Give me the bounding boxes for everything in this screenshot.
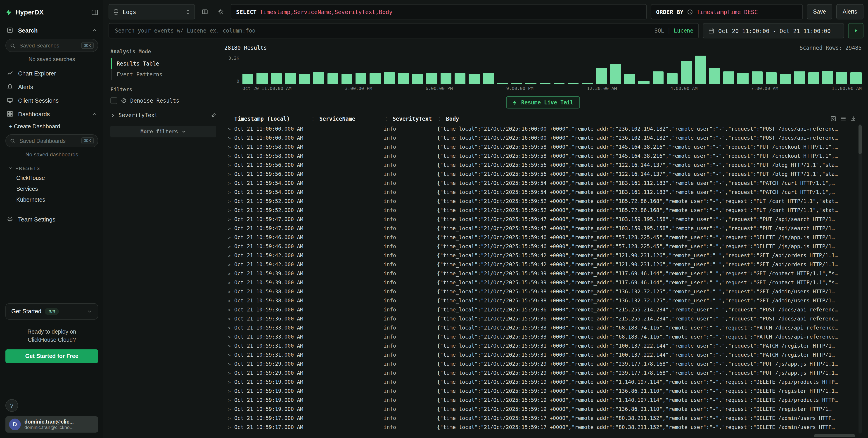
table-row[interactable]: >Oct 21 10:59:38.000 AMinfo{"time_local"… [224, 296, 862, 305]
table-row[interactable]: >Oct 21 10:59:52.000 AMinfo{"time_local"… [224, 197, 862, 206]
table-row[interactable]: >Oct 21 11:00:00.000 AMinfo{"time_local"… [224, 133, 862, 142]
mode-event-patterns[interactable]: Event Patterns [112, 69, 216, 80]
row-expand-chevron[interactable]: > [224, 190, 234, 195]
date-range-picker[interactable]: Oct 20 11:00:00 - Oct 21 11:00:00 [703, 23, 844, 38]
table-row[interactable]: >Oct 21 10:59:56.000 AMinfo{"time_local"… [224, 169, 862, 178]
table-row[interactable]: >Oct 21 10:59:36.000 AMinfo{"time_local"… [224, 314, 862, 323]
saved-dashboards-search[interactable]: ⌘K [5, 134, 98, 147]
user-menu[interactable]: D dominic.tran@clic... dominic.tran@clic… [5, 416, 98, 433]
row-expand-chevron[interactable]: > [224, 416, 234, 420]
sidebar-item-chart-explorer[interactable]: Chart Explorer [5, 66, 98, 80]
table-row[interactable]: >Oct 21 10:59:58.000 AMinfo{"time_local"… [224, 151, 862, 161]
row-expand-chevron[interactable]: > [224, 325, 234, 330]
source-settings-button[interactable] [215, 4, 227, 20]
column-header-body[interactable]: ⋮ Body [437, 115, 825, 122]
table-row[interactable]: >Oct 21 10:59:33.000 AMinfo{"time_local"… [224, 323, 862, 332]
select-clause-input[interactable]: SELECT Timestamp,ServiceName,SeverityTex… [231, 4, 647, 20]
table-row[interactable]: >Oct 21 10:59:38.000 AMinfo{"time_local"… [224, 287, 862, 296]
sidebar-item-client-sessions[interactable]: Client Sessions [5, 94, 98, 107]
table-row[interactable]: >Oct 21 10:59:52.000 AMinfo{"time_local"… [224, 206, 862, 215]
row-expand-chevron[interactable]: > [224, 244, 234, 249]
help-button[interactable]: ? [5, 399, 18, 412]
table-row[interactable]: >Oct 21 10:59:33.000 AMinfo{"time_local"… [224, 332, 862, 341]
row-expand-chevron[interactable]: > [224, 163, 234, 167]
row-expand-chevron[interactable]: > [224, 361, 234, 366]
scan-settings-icon[interactable] [831, 116, 836, 122]
table-row[interactable]: >Oct 21 10:59:42.000 AMinfo{"time_local"… [224, 251, 862, 260]
table-row[interactable]: >Oct 21 10:59:19.000 AMinfo{"time_local"… [224, 396, 862, 405]
row-expand-chevron[interactable]: > [224, 135, 234, 140]
row-expand-chevron[interactable]: > [224, 289, 234, 294]
column-separator-icon[interactable]: ⋮ [383, 115, 389, 122]
row-expand-chevron[interactable]: > [224, 316, 234, 321]
row-expand-chevron[interactable]: > [224, 298, 234, 303]
row-expand-chevron[interactable]: > [224, 343, 234, 348]
column-header-servicename[interactable]: ⋮ ServiceName [310, 115, 383, 122]
presets-toggle[interactable]: PRESETS [5, 162, 98, 173]
table-row[interactable]: >Oct 21 10:59:47.000 AMinfo{"time_local"… [224, 215, 862, 224]
table-row[interactable]: >Oct 21 10:59:19.000 AMinfo{"time_local"… [224, 405, 862, 413]
get-started-free-button[interactable]: Get Started for Free [5, 349, 98, 363]
table-row[interactable]: >Oct 21 11:00:00.000 AMinfo{"time_local"… [224, 124, 862, 133]
event-search[interactable]: SQL | Lucene [108, 23, 699, 38]
table-row[interactable]: >Oct 21 10:59:31.000 AMinfo{"time_local"… [224, 350, 862, 359]
row-expand-chevron[interactable]: > [224, 280, 234, 285]
sidebar-item-search[interactable]: Search [5, 24, 98, 37]
sidebar-collapse-icon[interactable] [91, 9, 98, 15]
row-expand-chevron[interactable]: > [224, 126, 234, 131]
create-dashboard-button[interactable]: + Create Dashboard [5, 121, 98, 132]
source-selector[interactable]: Logs [108, 4, 195, 20]
row-expand-chevron[interactable]: > [224, 334, 234, 339]
table-row[interactable]: >Oct 21 10:59:46.000 AMinfo{"time_local"… [224, 233, 862, 242]
table-row[interactable]: >Oct 21 10:59:56.000 AMinfo{"time_local"… [224, 161, 862, 169]
row-expand-chevron[interactable]: > [224, 235, 234, 240]
row-expand-chevron[interactable]: > [224, 172, 234, 176]
sql-mode-toggle[interactable]: SQL [654, 28, 664, 34]
row-expand-chevron[interactable]: > [224, 199, 234, 204]
save-button[interactable]: Save [807, 4, 832, 20]
table-row[interactable]: >Oct 21 10:59:19.000 AMinfo{"time_local"… [224, 377, 862, 386]
row-expand-chevron[interactable]: > [224, 398, 234, 403]
column-header-timestamp[interactable]: Timestamp (Local) [234, 115, 310, 122]
table-row[interactable]: >Oct 21 10:59:29.000 AMinfo{"time_local"… [224, 359, 862, 368]
table-row[interactable]: >Oct 21 10:59:39.000 AMinfo{"time_local"… [224, 278, 862, 287]
table-row[interactable]: >Oct 21 10:59:39.000 AMinfo{"time_local"… [224, 269, 862, 278]
vertical-scrollbar[interactable] [859, 124, 862, 434]
table-row[interactable]: >Oct 21 10:59:46.000 AMinfo{"time_local"… [224, 242, 862, 251]
sidebar-item-team-settings[interactable]: Team Settings [5, 212, 98, 226]
horizontal-scrollbar[interactable] [814, 434, 855, 437]
alerts-button[interactable]: Alerts [836, 4, 864, 20]
table-row[interactable]: >Oct 21 10:59:36.000 AMinfo{"time_local"… [224, 305, 862, 314]
row-expand-chevron[interactable]: > [224, 370, 234, 375]
mode-results-table[interactable]: Results Table [111, 58, 216, 69]
table-row[interactable]: >Oct 21 10:59:54.000 AMinfo{"time_local"… [224, 178, 862, 188]
row-expand-chevron[interactable]: > [224, 217, 234, 222]
scrollbar-thumb[interactable] [859, 125, 862, 154]
row-expand-chevron[interactable]: > [224, 389, 234, 394]
event-search-input[interactable] [114, 27, 650, 34]
run-query-button[interactable] [848, 23, 864, 38]
row-expand-chevron[interactable]: > [224, 271, 234, 276]
pin-icon[interactable] [211, 112, 216, 118]
row-expand-chevron[interactable]: > [224, 154, 234, 159]
table-row[interactable]: >Oct 21 10:59:17.000 AMinfo{"time_local"… [224, 423, 862, 432]
resume-live-tail-button[interactable]: Resume Live Tail [506, 96, 580, 108]
sidebar-item-kubernetes[interactable]: Kubernetes [5, 194, 98, 205]
denoise-checkbox[interactable] [111, 97, 117, 104]
row-expand-chevron[interactable]: > [224, 180, 234, 186]
row-expand-chevron[interactable]: > [224, 226, 234, 231]
table-row[interactable]: >Oct 21 10:59:19.000 AMinfo{"time_local"… [224, 386, 862, 396]
table-row[interactable]: >Oct 21 10:59:42.000 AMinfo{"time_local"… [224, 260, 862, 269]
saved-searches-search[interactable]: ⌘K [5, 39, 98, 52]
table-row[interactable]: >Oct 21 10:59:31.000 AMinfo{"time_local"… [224, 341, 862, 350]
table-row[interactable]: >Oct 21 10:59:17.000 AMinfo{"time_local"… [224, 413, 862, 423]
table-row[interactable]: >Oct 21 10:59:58.000 AMinfo{"time_local"… [224, 142, 862, 151]
row-expand-chevron[interactable]: > [224, 253, 234, 258]
column-separator-icon[interactable]: ⋮ [437, 115, 442, 122]
row-expand-chevron[interactable]: > [224, 425, 234, 430]
row-expand-chevron[interactable]: > [224, 307, 234, 312]
orderby-input[interactable]: ORDER BY TimestampTime DESC [651, 4, 803, 20]
sidebar-item-alerts[interactable]: Alerts [5, 80, 98, 94]
denoise-row[interactable]: Denoise Results [111, 97, 216, 104]
download-icon[interactable] [850, 116, 856, 122]
